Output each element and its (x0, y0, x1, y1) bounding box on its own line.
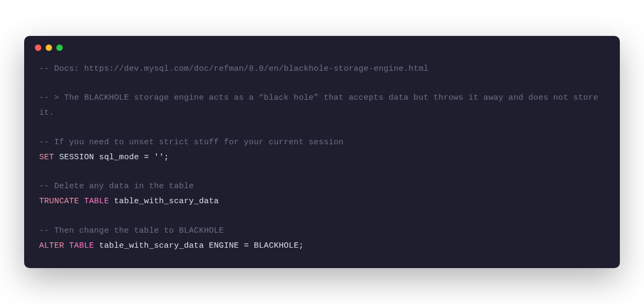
close-icon[interactable] (35, 45, 41, 51)
code-window: -- Docs: https://dev.mysql.com/doc/refma… (24, 36, 620, 269)
window-titlebar (24, 36, 620, 55)
code-blank-line (39, 76, 605, 91)
code-line-3: -- If you need to unset strict stuff for… (39, 135, 605, 150)
code-string: '' (154, 153, 164, 162)
code-blank-line (39, 121, 605, 135)
code-comment: -- Docs: https://dev.mysql.com/doc/refma… (39, 64, 429, 73)
code-line-4: SET SESSION sql_mode = ''; (39, 150, 605, 165)
code-line-7: -- Then change the table to BLACKHOLE (39, 224, 605, 239)
code-blank-line (39, 209, 605, 224)
code-keyword: TABLE (64, 241, 94, 250)
code-keyword: SET (39, 153, 54, 162)
code-comment: -- If you need to unset strict stuff for… (39, 138, 343, 147)
code-line-5: -- Delete any data in the table (39, 179, 605, 194)
code-text: BLACKHOLE; (249, 241, 304, 250)
code-text: table_with_scary_data ENGINE (94, 241, 244, 250)
code-keyword: ALTER (39, 241, 64, 250)
code-comment: -- > The BLACKHOLE storage engine acts a… (39, 93, 603, 117)
code-operator: = (244, 241, 248, 250)
code-line-6: TRUNCATE TABLE table_with_scary_data (39, 194, 605, 209)
code-line-2: -- > The BLACKHOLE storage engine acts a… (39, 91, 605, 121)
code-text: table_with_scary_data (109, 197, 219, 206)
maximize-icon[interactable] (56, 45, 63, 51)
code-text: SESSION sql_mode (54, 153, 144, 162)
code-comment: -- Delete any data in the table (39, 182, 194, 191)
code-operator: = (144, 153, 149, 162)
code-comment: -- Then change the table to BLACKHOLE (39, 226, 224, 235)
code-keyword: TRUNCATE (39, 197, 79, 206)
code-text (149, 153, 154, 162)
code-keyword: TABLE (79, 197, 109, 206)
code-line-8: ALTER TABLE table_with_scary_data ENGINE… (39, 239, 605, 254)
code-line-1: -- Docs: https://dev.mysql.com/doc/refma… (39, 62, 605, 77)
code-text: ; (164, 153, 169, 162)
minimize-icon[interactable] (46, 45, 52, 51)
code-editor[interactable]: -- Docs: https://dev.mysql.com/doc/refma… (24, 55, 620, 269)
code-blank-line (39, 165, 605, 179)
